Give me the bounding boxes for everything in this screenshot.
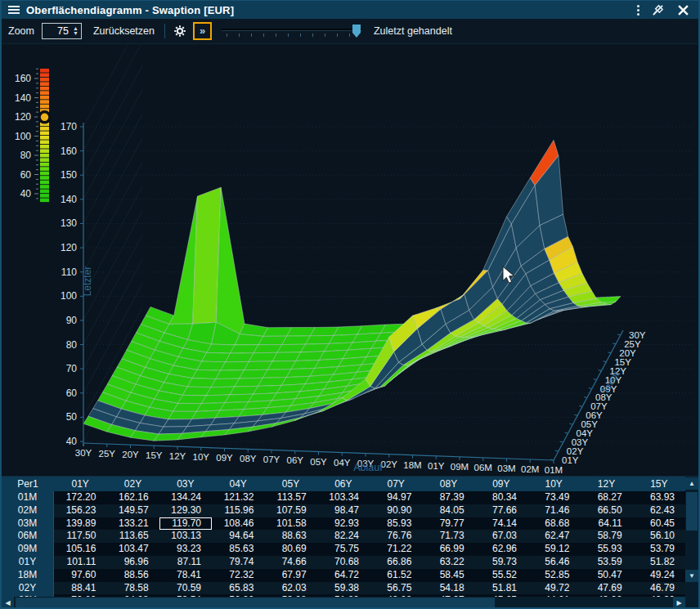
table-cell[interactable]: 84.05: [422, 504, 474, 517]
table-cell[interactable]: 68.68: [527, 517, 580, 531]
table-cell[interactable]: 74.14: [475, 517, 527, 531]
horizontal-scrollbar[interactable]: ◀ ▶: [2, 597, 685, 609]
table-cell[interactable]: 162.16: [106, 491, 159, 504]
table-cell[interactable]: 103.34: [317, 491, 370, 504]
table-cell[interactable]: 78.58: [106, 582, 159, 595]
table-cell[interactable]: 63.93: [633, 491, 685, 504]
table-cell[interactable]: 94.97: [370, 491, 422, 504]
table-cell[interactable]: 90.90: [370, 504, 422, 517]
table-cell[interactable]: 78.41: [159, 569, 212, 582]
table-cell[interactable]: 71.22: [370, 543, 422, 556]
table-cell[interactable]: 67.97: [264, 569, 316, 582]
close-icon[interactable]: [676, 3, 690, 17]
table-cell[interactable]: 59.73: [475, 556, 527, 569]
scroll-up-icon[interactable]: ▲: [685, 477, 698, 490]
table-cell[interactable]: 117.50: [54, 530, 106, 543]
surface-chart[interactable]: 170160150140130120110100908070605040Letz…: [2, 44, 700, 476]
table-cell[interactable]: 46.79: [633, 582, 685, 595]
table-cell[interactable]: 56.46: [527, 556, 580, 569]
table-cell[interactable]: 121.32: [212, 491, 264, 504]
table-cell[interactable]: 79.74: [212, 556, 264, 569]
table-cell[interactable]: 62.43: [633, 504, 685, 517]
table-cell[interactable]: 56.75: [370, 582, 422, 595]
table-cell[interactable]: 65.83: [212, 582, 264, 595]
table-cell[interactable]: 50.47: [580, 569, 632, 582]
table-cell[interactable]: 80.69: [264, 543, 316, 556]
table-cell[interactable]: 53.79: [633, 543, 685, 556]
table-cell[interactable]: 115.96: [212, 504, 264, 517]
table-cell[interactable]: 98.47: [317, 504, 370, 517]
table-cell[interactable]: 52.85: [527, 569, 580, 582]
zoom-stepper[interactable]: ▲ ▼: [70, 26, 81, 36]
expand-panel-button[interactable]: »: [193, 22, 212, 40]
table-cell[interactable]: 108.46: [212, 517, 264, 531]
table-cell[interactable]: 103.47: [106, 543, 159, 556]
settings-gear-icon[interactable]: [172, 23, 188, 39]
table-cell[interactable]: 55.93: [580, 543, 632, 556]
zoom-input[interactable]: [43, 25, 70, 37]
table-cell[interactable]: 47.69: [580, 582, 632, 595]
table-cell[interactable]: 107.59: [264, 504, 316, 517]
table-cell[interactable]: 61.52: [370, 569, 422, 582]
table-cell[interactable]: 133.21: [106, 517, 159, 531]
table-cell[interactable]: 149.57: [106, 504, 159, 517]
table-cell[interactable]: 77.66: [475, 504, 527, 517]
reset-button[interactable]: Zurücksetzen: [90, 25, 158, 37]
scroll-right-icon[interactable]: ▶: [673, 597, 685, 609]
table-cell[interactable]: 59.38: [317, 582, 370, 595]
table-cell[interactable]: 94.64: [212, 530, 264, 543]
table-cell[interactable]: 58.45: [422, 569, 474, 582]
v-scroll-thumb[interactable]: [686, 492, 698, 531]
table-cell[interactable]: 58.79: [580, 530, 632, 543]
table-cell[interactable]: 82.24: [317, 530, 370, 543]
table-cell[interactable]: 97.60: [54, 569, 106, 582]
table-cell[interactable]: 73.49: [527, 491, 580, 504]
table-cell[interactable]: 113.57: [264, 491, 316, 504]
table-cell[interactable]: 66.99: [422, 543, 474, 556]
table-cell[interactable]: 156.23: [54, 504, 106, 517]
table-cell[interactable]: 67.03: [475, 530, 527, 543]
table-cell[interactable]: 103.13: [159, 530, 212, 543]
table-cell[interactable]: 88.41: [54, 582, 106, 595]
table-cell[interactable]: 88.56: [106, 569, 159, 582]
table-cell[interactable]: 139.89: [54, 517, 106, 531]
table-cell[interactable]: 70.59: [159, 582, 212, 595]
scroll-down-icon[interactable]: ▼: [685, 570, 698, 582]
table-cell[interactable]: 56.10: [633, 530, 685, 543]
table-cell[interactable]: 74.66: [264, 556, 316, 569]
slider-track[interactable]: [222, 29, 362, 31]
table-cell[interactable]: 85.63: [212, 543, 264, 556]
table-cell[interactable]: 62.47: [527, 530, 580, 543]
table-cell[interactable]: 66.86: [370, 556, 422, 569]
table-cell[interactable]: 88.63: [264, 530, 316, 543]
table-cell[interactable]: 54.18: [422, 582, 474, 595]
table-cell[interactable]: 85.93: [370, 517, 422, 531]
table-cell[interactable]: 49.24: [633, 569, 685, 582]
table-cell[interactable]: 68.27: [580, 491, 632, 504]
vertical-scrollbar[interactable]: ▲ ▼: [685, 477, 698, 609]
table-cell[interactable]: 60.45: [633, 517, 685, 531]
spin-down-icon[interactable]: ▼: [73, 31, 79, 36]
table-cell[interactable]: 87.11: [159, 556, 212, 569]
table-cell[interactable]: 63.22: [422, 556, 474, 569]
table-cell[interactable]: 76.76: [370, 530, 422, 543]
table-cell[interactable]: 72.32: [212, 569, 264, 582]
more-options-icon[interactable]: [637, 5, 639, 16]
table-cell[interactable]: 93.23: [159, 543, 212, 556]
table-cell[interactable]: 105.16: [54, 543, 106, 556]
table-cell[interactable]: 51.81: [475, 582, 527, 595]
table-cell[interactable]: 53.59: [580, 556, 632, 569]
table-cell[interactable]: 71.46: [527, 504, 580, 517]
table-cell[interactable]: 62.03: [264, 582, 316, 595]
table-cell[interactable]: 55.52: [475, 569, 527, 582]
time-slider[interactable]: [222, 23, 362, 39]
table-cell[interactable]: 49.72: [527, 582, 580, 595]
menu-icon[interactable]: [8, 6, 20, 14]
unpin-icon[interactable]: [650, 2, 666, 18]
table-cell[interactable]: 64.11: [580, 517, 632, 531]
table-cell[interactable]: 113.65: [106, 530, 159, 543]
table-cell[interactable]: 79.77: [422, 517, 474, 531]
table-cell[interactable]: 101.11: [54, 556, 106, 569]
table-cell[interactable]: 129.30: [159, 504, 212, 517]
table-cell[interactable]: 51.82: [633, 556, 685, 569]
